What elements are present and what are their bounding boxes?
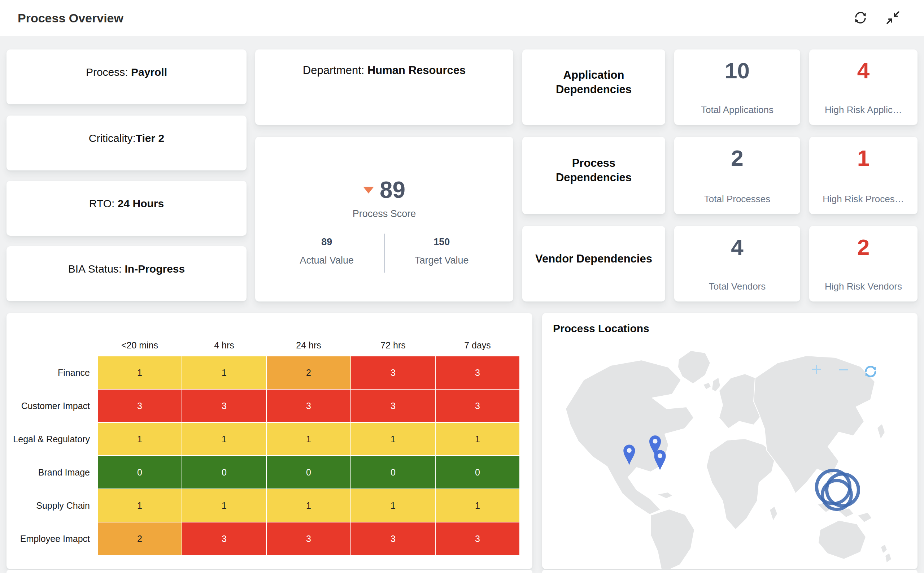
heatmap-row-label: Supply Chain — [17, 489, 97, 522]
heatmap-column-header: 24 hrs — [267, 335, 350, 355]
heatmap-row-label: Employee Imapct — [17, 523, 97, 555]
cutoff-card-left — [6, 570, 532, 573]
high-risk-processes-value: 1 — [809, 145, 918, 172]
application-dependencies-card: Application Dependencies — [522, 50, 665, 125]
trend-down-icon — [363, 187, 374, 194]
heatmap-column-header: <20 mins — [98, 335, 181, 355]
process-text: Process: Payroll — [6, 50, 247, 78]
heatmap-cell: 2 — [98, 523, 181, 555]
header-bar: Process Overview — [0, 0, 924, 36]
dashboard-page: Process Overview Process: Payroll Critic… — [0, 0, 924, 573]
high-risk-vendors-label: High Risk Vendors — [809, 281, 918, 292]
criticality-value: Tier 2 — [136, 132, 164, 144]
heatmap-cell: 1 — [436, 489, 519, 522]
heatmap-cell: 3 — [182, 523, 266, 555]
heatmap-column-header: 7 days — [436, 335, 519, 355]
heatmap-cell: 2 — [267, 356, 350, 389]
process-score-top: 89 — [255, 177, 513, 202]
bia-status-value: In-Progress — [125, 263, 185, 275]
heatmap-cell: 1 — [98, 489, 181, 522]
total-applications-label: Total Applications — [674, 104, 800, 116]
map-reset-button[interactable] — [862, 363, 879, 380]
rto-value: 24 Hours — [118, 197, 164, 210]
vendor-dependencies-title: Vendor Dependencies — [524, 252, 663, 266]
heatmap-corner — [17, 335, 97, 355]
high-risk-processes-card: 1 High Risk Proces… — [809, 137, 918, 214]
heatmap-cell: 3 — [182, 390, 266, 422]
high-risk-vendors-value: 2 — [809, 234, 918, 261]
process-dependencies-title: Process Dependencies — [522, 156, 665, 185]
heatmap-row-label: Customer Impact — [17, 390, 97, 422]
total-vendors-label: Total Vendors — [674, 281, 800, 292]
map-title: Process Locations — [553, 323, 649, 335]
total-applications-value: 10 — [674, 57, 800, 84]
target-value-block: 150 Target Value — [385, 233, 499, 272]
heatmap-row-label: Finance — [17, 356, 97, 389]
bia-status-card: BIA Status: In-Progress — [6, 246, 247, 301]
collapse-button[interactable] — [884, 9, 902, 27]
heatmap-grid: <20 mins4 hrs24 hrs72 hrs7 daysFinance11… — [17, 335, 519, 555]
heatmap-row-label: Brand Image — [17, 456, 97, 488]
heatmap-cell: 1 — [351, 423, 435, 455]
total-processes-label: Total Processes — [674, 194, 800, 205]
page-title: Process Overview — [18, 0, 124, 36]
heatmap-cell: 3 — [98, 390, 181, 422]
application-dependencies-title: Application Dependencies — [522, 68, 665, 97]
department-value: Human Resources — [367, 64, 466, 77]
bia-status-text: BIA Status: In-Progress — [6, 246, 247, 275]
map-reset-icon — [862, 363, 879, 380]
high-risk-vendors-card: 2 High Risk Vendors — [809, 226, 918, 302]
vendor-dependencies-card: Vendor Dependencies — [522, 226, 665, 302]
heatmap-column-header: 4 hrs — [182, 335, 266, 355]
heatmap-cell: 1 — [98, 423, 181, 455]
heatmap-cell: 1 — [182, 423, 266, 455]
target-value-label: Target Value — [385, 255, 499, 266]
process-locations-panel: Process Locations + − — [542, 313, 918, 569]
heatmap-cell: 1 — [436, 423, 519, 455]
impact-heatmap-panel: <20 mins4 hrs24 hrs72 hrs7 daysFinance11… — [6, 313, 532, 569]
heatmap-cell: 3 — [351, 523, 435, 555]
total-vendors-value: 4 — [674, 234, 800, 261]
rto-card: RTO: 24 Hours — [6, 181, 247, 236]
heatmap-cell: 3 — [267, 390, 350, 422]
heatmap-cell: 3 — [436, 523, 519, 555]
heatmap-cell: 1 — [267, 489, 350, 522]
high-risk-applications-label: High Risk Applic… — [809, 104, 918, 116]
department-label: Department: — [303, 64, 367, 77]
actual-value-label: Actual Value — [270, 255, 384, 266]
heatmap-cell: 1 — [182, 356, 266, 389]
refresh-button[interactable] — [852, 9, 869, 27]
heatmap-cell: 3 — [267, 523, 350, 555]
total-processes-value: 2 — [674, 145, 800, 172]
map-zoom-in-button[interactable]: + — [811, 360, 822, 379]
map-zoom-out-button[interactable]: − — [838, 360, 849, 379]
total-vendors-card: 4 Total Vendors — [674, 226, 800, 302]
heatmap-cell: 0 — [98, 456, 181, 488]
actual-value-block: 89 Actual Value — [270, 233, 385, 272]
rto-text: RTO: 24 Hours — [6, 181, 247, 210]
process-score-card: 89 Process Score 89 Actual Value 150 Tar… — [255, 137, 513, 302]
heatmap-row-label: Legal & Regulatory — [17, 423, 97, 455]
process-score-label: Process Score — [255, 208, 513, 219]
rto-label: RTO: — [89, 197, 118, 210]
heatmap-cell: 0 — [351, 456, 435, 488]
process-card: Process: Payroll — [6, 50, 247, 104]
process-label: Process: — [86, 66, 131, 78]
total-processes-card: 2 Total Processes — [674, 137, 800, 214]
department-text: Department: Human Resources — [255, 50, 513, 77]
process-score-detail: 89 Actual Value 150 Target Value — [270, 233, 499, 272]
high-risk-processes-label: High Risk Proces… — [809, 194, 918, 205]
high-risk-applications-card: 4 High Risk Applic… — [809, 50, 918, 125]
collapse-icon — [885, 10, 901, 26]
actual-value: 89 — [270, 236, 384, 248]
heatmap-cell: 0 — [182, 456, 266, 488]
heatmap-cell: 0 — [267, 456, 350, 488]
heatmap-cell: 1 — [182, 489, 266, 522]
process-value: Payroll — [131, 66, 167, 78]
high-risk-applications-value: 4 — [809, 57, 918, 84]
heatmap-cell: 1 — [351, 489, 435, 522]
heatmap-cell: 3 — [351, 390, 435, 422]
criticality-card: Criticality:Tier 2 — [6, 116, 247, 171]
heatmap-cell: 3 — [351, 356, 435, 389]
heatmap-cell: 3 — [436, 390, 519, 422]
